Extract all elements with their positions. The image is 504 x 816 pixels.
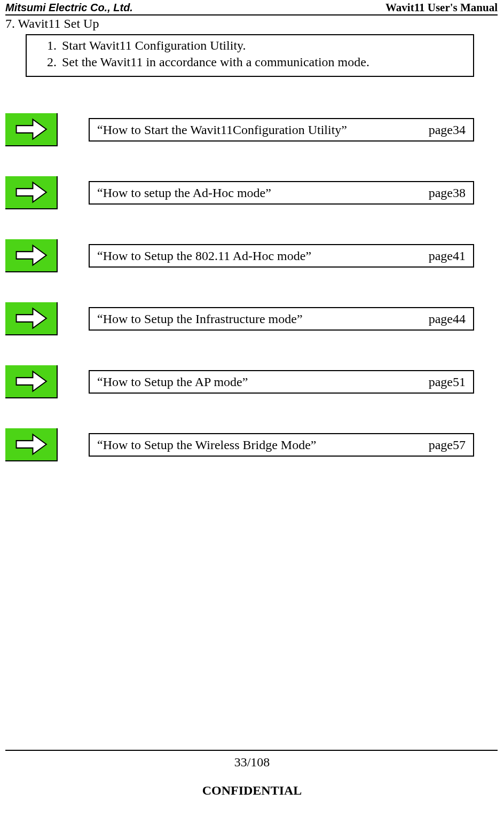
intro-step: Set the Wavit11 in accordance with a com… (60, 54, 468, 70)
footer-divider (5, 750, 498, 751)
reference-row: “How to Setup the 802.11 Ad-Hoc mode” pa… (5, 239, 504, 272)
reference-row: “How to Start the Wavit11Configuration U… (5, 113, 504, 146)
reference-box: “How to Start the Wavit11Configuration U… (89, 118, 474, 142)
arrow-icon (5, 428, 58, 461)
reference-page: page38 (429, 186, 466, 200)
reference-title: “How to Setup the 802.11 Ad-Hoc mode” (97, 249, 311, 263)
reference-box: “How to Setup the 802.11 Ad-Hoc mode” pa… (89, 244, 474, 268)
arrow-icon (5, 365, 58, 398)
intro-step: Start Wavit11 Configuration Utility. (60, 37, 468, 54)
intro-steps-list: Start Wavit11 Configuration Utility. Set… (32, 37, 468, 70)
header: Mitsumi Electric Co., Ltd. Wavit11 User'… (5, 0, 498, 15)
intro-box: Start Wavit11 Configuration Utility. Set… (26, 34, 474, 77)
reference-page: page41 (429, 249, 466, 263)
reference-row: “How to Setup the AP mode” page51 (5, 365, 504, 398)
reference-title: “How to Start the Wavit11Configuration U… (97, 123, 347, 137)
header-company: Mitsumi Electric Co., Ltd. (5, 2, 133, 14)
reference-title: “How to Setup the Infrastructure mode” (97, 312, 303, 326)
arrow-icon (5, 239, 58, 272)
reference-links: “How to Start the Wavit11Configuration U… (0, 113, 504, 461)
reference-box: “How to Setup the Infrastructure mode” p… (89, 307, 474, 331)
arrow-icon (5, 113, 58, 146)
reference-row: “How to Setup the Wireless Bridge Mode” … (5, 428, 504, 461)
reference-box: “How to setup the Ad-Hoc mode” page38 (89, 181, 474, 205)
page-indicator: 33/108 (0, 755, 504, 770)
footer: 33/108 CONFIDENTIAL (0, 750, 504, 798)
section-title: 7. Wavit11 Set Up (5, 17, 504, 31)
reference-box: “How to Setup the AP mode” page51 (89, 370, 474, 394)
reference-title: “How to setup the Ad-Hoc mode” (97, 186, 271, 200)
confidential-label: CONFIDENTIAL (0, 783, 504, 798)
reference-page: page44 (429, 312, 466, 326)
reference-title: “How to Setup the Wireless Bridge Mode” (97, 438, 317, 452)
header-manual-title: Wavit11 User's Manual (385, 1, 498, 14)
reference-page: page57 (429, 438, 466, 452)
reference-title: “How to Setup the AP mode” (97, 375, 248, 389)
arrow-icon (5, 176, 58, 209)
reference-box: “How to Setup the Wireless Bridge Mode” … (89, 433, 474, 457)
arrow-icon (5, 302, 58, 335)
reference-page: page51 (429, 375, 466, 389)
reference-row: “How to setup the Ad-Hoc mode” page38 (5, 176, 504, 209)
reference-row: “How to Setup the Infrastructure mode” p… (5, 302, 504, 335)
reference-page: page34 (429, 123, 466, 137)
